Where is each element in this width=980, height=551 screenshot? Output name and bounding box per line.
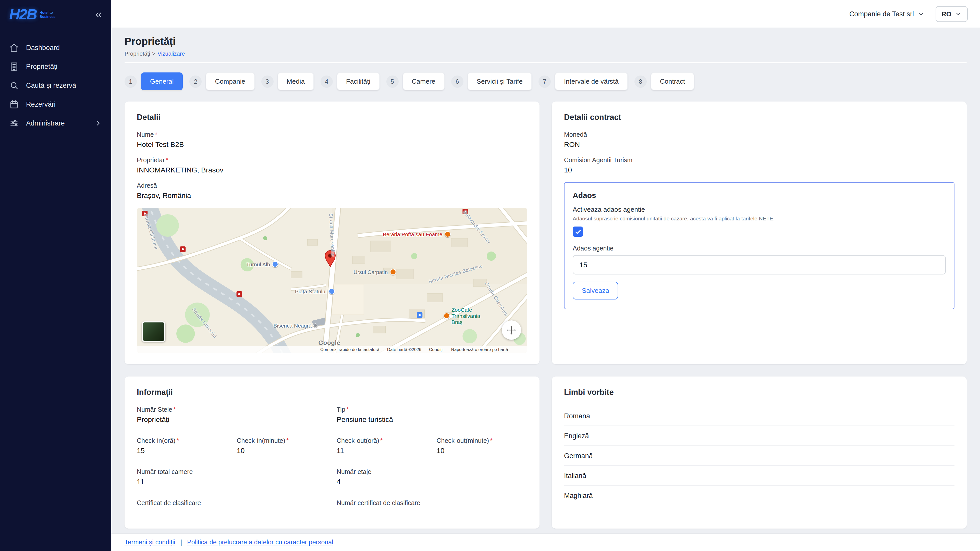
step-circle-4[interactable]: 4	[321, 75, 333, 87]
map-pan-button[interactable]	[502, 321, 521, 340]
field-value	[137, 509, 328, 517]
field-adresa: Adresă Brașov, România	[137, 182, 527, 200]
tab-servicii-tarife[interactable]: Servicii și Tarife	[468, 73, 532, 90]
map-poi-zoocafe[interactable]: ZooCafe Transilvania Braș	[443, 306, 492, 325]
poi-marker-icon	[272, 262, 278, 268]
field-checkin-minute: Check-in(minute)* 10	[237, 437, 328, 455]
field-numar-stele: Număr Stele* Proprietăți	[137, 406, 328, 424]
main-area: Companie de Test srl RO Proprietăți Prop…	[111, 0, 980, 551]
map-poi-beraria[interactable]: Berăria Poftă sau Foame	[383, 231, 450, 237]
google-logo: Google	[318, 339, 340, 346]
field-certificat-clasificare: Certificat de clasificare	[137, 499, 328, 517]
search-icon	[9, 81, 19, 90]
tab-facilitati[interactable]: Facilități	[337, 73, 380, 90]
breadcrumb-root[interactable]: Proprietăți	[124, 51, 150, 57]
field-value: Pensiune turistică	[337, 415, 527, 424]
breadcrumb: Proprietăți > Vizualizare	[124, 51, 967, 57]
field-proprietar: Proprietar* INNOMARKETING, Brașov	[137, 157, 527, 175]
app-logo[interactable]: H2B Hotel to Business	[9, 7, 60, 22]
breadcrumb-separator: >	[152, 51, 156, 57]
save-button[interactable]: Salveaza	[573, 282, 618, 300]
company-selector[interactable]: Companie de Test srl	[850, 10, 924, 17]
step-circle-6[interactable]: 6	[451, 75, 463, 87]
field-value: Proprietăți	[137, 415, 328, 424]
step-circle-1[interactable]: 1	[124, 75, 137, 87]
field-value: RON	[564, 140, 955, 149]
sidebar-collapse-icon[interactable]	[94, 10, 103, 19]
field-value: 4	[337, 478, 527, 486]
field-value: 15	[137, 446, 228, 455]
stepper: 1General 2Companie 3Media 4Facilități 5C…	[124, 73, 967, 90]
field-value: Brașov, România	[137, 191, 527, 200]
step-circle-8[interactable]: 8	[635, 75, 647, 87]
map[interactable]: Berăria Poftă sau Foame Turnul Alb Ursul…	[137, 208, 527, 353]
sidebar-item-label: Rezervări	[26, 100, 56, 108]
field-label: Check-out(oră)	[337, 437, 379, 445]
company-name: Companie de Test srl	[850, 10, 914, 17]
field-value: 10	[437, 446, 528, 455]
field-value: 10	[564, 166, 955, 175]
language-code: RO	[942, 10, 951, 17]
field-checkin-ora: Check-in(oră)* 15	[137, 437, 228, 455]
breadcrumb-current[interactable]: Vizualizare	[158, 51, 185, 57]
field-value: Hotel Test B2B	[137, 140, 527, 149]
sliders-icon	[9, 118, 19, 128]
sidebar-item-administrare[interactable]: Administrare	[0, 114, 111, 133]
header-divider	[124, 62, 967, 63]
sidebar-item-dashboard[interactable]: Dashboard	[0, 38, 111, 57]
sidebar-item-label: Caută și rezervă	[26, 82, 76, 89]
language-selector[interactable]: RO	[935, 6, 968, 22]
map-poi-piata-sfatului[interactable]: Piața Sfatului	[295, 288, 335, 294]
sidebar-item-cauta-rezerva[interactable]: Caută și rezervă	[0, 76, 111, 95]
language-list-item: Germană	[564, 446, 955, 466]
card-title-limbi: Limbi vorbite	[564, 388, 955, 397]
step-circle-7[interactable]: 7	[538, 75, 551, 87]
terms-link[interactable]: Termeni și condiții	[124, 539, 175, 546]
field-label: Număr etaje	[337, 468, 371, 475]
tab-companie[interactable]: Companie	[206, 73, 255, 90]
field-numar-certificat: Număr certificat de clasificare	[337, 499, 527, 517]
field-nume: Nume* Hotel Test B2B	[137, 131, 527, 149]
chevron-right-icon	[94, 119, 102, 127]
tab-intervale-varsta[interactable]: Intervale de vârstă	[555, 73, 628, 90]
privacy-link[interactable]: Politica de prelucrare a datelor cu cara…	[187, 539, 333, 546]
tab-camere[interactable]: Camere	[402, 73, 445, 90]
map-poi-ursul-carpatin[interactable]: Ursul Carpatin	[353, 268, 396, 275]
adaos-checkbox[interactable]	[573, 227, 583, 237]
map-poi-turnul-alb[interactable]: Turnul Alb	[246, 262, 278, 268]
field-label: Check-in(oră)	[137, 437, 175, 445]
language-list-item: Romana	[564, 406, 955, 426]
field-numar-etaje: Număr etaje 4	[337, 468, 527, 486]
required-mark: *	[380, 437, 383, 445]
logo-text: H2B	[9, 7, 37, 22]
step-circle-2[interactable]: 2	[189, 75, 202, 87]
poi-marker-icon	[328, 288, 334, 294]
sidebar-item-rezervari[interactable]: Rezervări	[0, 95, 111, 114]
field-label: Proprietar	[137, 157, 165, 164]
tab-general[interactable]: General	[141, 73, 183, 90]
tab-contract[interactable]: Contract	[651, 73, 694, 90]
page-content: Proprietăți Proprietăți > Vizualizare 1G…	[111, 27, 980, 551]
card-title-detalii: Detalii	[137, 113, 527, 122]
field-value: INNOMARKETING, Brașov	[137, 166, 527, 175]
chevron-down-icon	[918, 11, 924, 17]
map-satellite-toggle[interactable]	[142, 321, 165, 342]
tab-media[interactable]: Media	[277, 73, 314, 90]
field-value	[337, 509, 527, 517]
field-tip: Tip* Pensiune turistică	[337, 406, 527, 424]
field-moneda: Monedă RON	[564, 131, 955, 149]
poi-marker-icon	[313, 324, 318, 327]
step-circle-5[interactable]: 5	[386, 75, 398, 87]
step-circle-3[interactable]: 3	[261, 75, 273, 87]
map-report-link[interactable]: Raportează o eroare pe hartă	[451, 347, 508, 352]
logo-subtitle: Hotel to Business	[40, 11, 60, 19]
app-root: H2B Hotel to Business Dashboard Propriet…	[0, 0, 980, 551]
field-label: Număr total camere	[137, 468, 193, 475]
map-poi-biserica-neagra[interactable]: Biserica Neagră	[274, 322, 318, 329]
map-terms-link[interactable]: Condiții	[429, 347, 444, 352]
map-shortcuts-link[interactable]: Comenzi rapide de la tastatură	[320, 347, 380, 352]
sidebar-item-proprietati[interactable]: Proprietăți	[0, 57, 111, 76]
required-mark: *	[177, 437, 179, 445]
chevron-down-icon	[955, 11, 962, 17]
adaos-input[interactable]	[573, 255, 946, 275]
